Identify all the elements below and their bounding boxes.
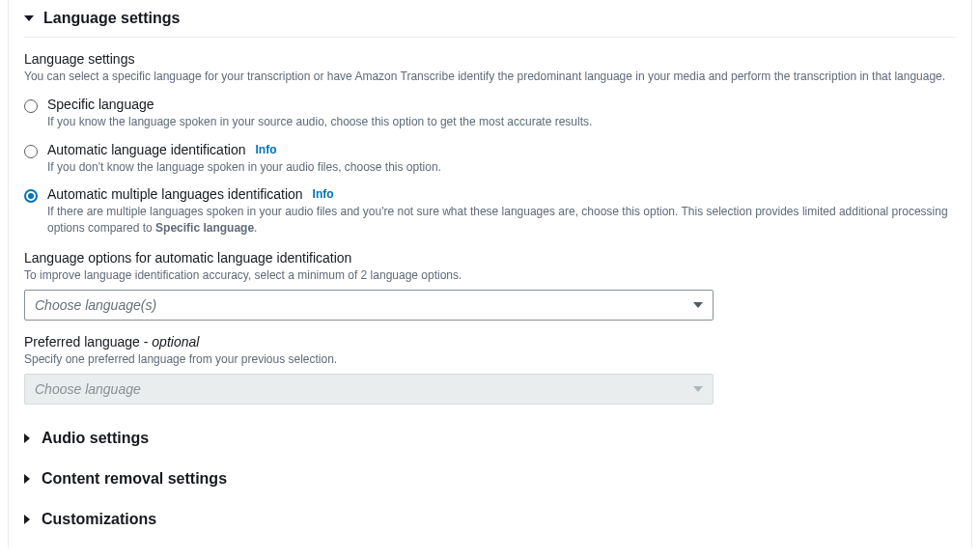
panel-title: Customizations: [42, 511, 156, 528]
section-desc: Specify one preferred language from your…: [24, 351, 956, 368]
select-placeholder: Choose language(s): [35, 297, 156, 313]
panel-title: Language settings: [43, 10, 180, 27]
language-settings-section: Language settings You can select a speci…: [24, 51, 956, 85]
radio-icon: [24, 99, 38, 113]
radio-icon: [24, 145, 38, 158]
section-desc: You can select a specific language for y…: [24, 69, 956, 85]
language-options-select[interactable]: Choose language(s): [24, 290, 714, 321]
caret-right-icon: [24, 433, 30, 443]
radio-label: Automatic language identification: [47, 142, 245, 157]
section-label: Preferred language - optional: [24, 334, 956, 349]
radio-label: Specific language: [47, 97, 154, 112]
content-removal-header[interactable]: Content removal settings: [24, 459, 956, 499]
info-link[interactable]: Info: [313, 187, 334, 201]
radio-desc: If there are multiple languages spoken i…: [47, 204, 956, 237]
select-placeholder: Choose language: [35, 381, 141, 397]
language-mode-radio-group: Specific language If you know the langua…: [24, 97, 956, 237]
audio-settings-header[interactable]: Audio settings: [24, 418, 956, 459]
radio-icon-selected: [24, 189, 38, 203]
section-label: Language settings: [24, 51, 956, 67]
caret-down-icon: [693, 302, 703, 308]
customizations-header[interactable]: Customizations: [24, 499, 956, 540]
caret-down-icon: [693, 386, 703, 392]
language-settings-panel: Language settings Language settings You …: [8, 0, 972, 547]
caret-right-icon: [24, 515, 30, 524]
radio-auto-multi-language[interactable]: Automatic multiple languages identificat…: [24, 186, 956, 237]
radio-desc: If you know the language spoken in your …: [47, 114, 956, 130]
panel-title: Audio settings: [42, 430, 149, 447]
radio-auto-language[interactable]: Automatic language identification Info I…: [24, 142, 956, 176]
language-options-section: Language options for automatic language …: [24, 250, 956, 321]
radio-desc: If you don't know the language spoken in…: [47, 159, 956, 176]
section-label: Language options for automatic language …: [24, 250, 956, 266]
caret-right-icon: [24, 474, 30, 484]
radio-label: Automatic multiple languages identificat…: [47, 186, 303, 202]
info-link[interactable]: Info: [255, 143, 276, 156]
radio-specific-language[interactable]: Specific language If you know the langua…: [24, 97, 956, 130]
section-desc: To improve language identification accur…: [24, 267, 956, 284]
language-settings-header[interactable]: Language settings: [24, 0, 956, 38]
preferred-language-section: Preferred language - optional Specify on…: [24, 334, 956, 405]
preferred-language-select: Choose language: [24, 374, 714, 405]
panel-title: Content removal settings: [42, 470, 227, 488]
caret-down-icon: [24, 15, 34, 21]
